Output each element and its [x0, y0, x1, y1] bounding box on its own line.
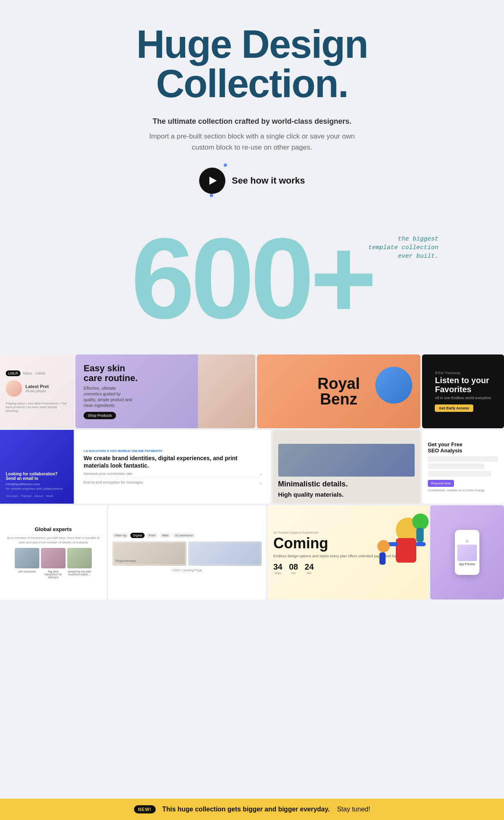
dot-decoration-2	[210, 194, 213, 197]
svg-rect-7	[416, 528, 424, 542]
global-cap-1: Life insurance	[15, 570, 39, 579]
branding-title: We create brand identities, digital expe…	[84, 454, 263, 469]
music-card-inner: LMLR Menu Artists Latest Pret Music play…	[0, 365, 74, 418]
gallery-card-phone: App Preview	[430, 505, 504, 600]
coming-stat-2: 08 Hrs	[289, 562, 298, 575]
global-photo-1	[15, 548, 39, 568]
global-cap-2: Big data integration for startups	[41, 570, 66, 579]
collab-links: Services Partner About Work	[6, 494, 68, 498]
hero-title: Huge Design Collection.	[16, 25, 488, 103]
music-avatar	[6, 380, 22, 397]
hero-subtitle-normal: Import a pre-built section block with a …	[141, 131, 363, 153]
seo-btn[interactable]: Request Now	[428, 480, 454, 487]
filter-tab-all[interactable]: Filter by	[112, 533, 129, 538]
filter-inner: Filter by Digital Print Web eCommerce Ro…	[112, 533, 262, 572]
svg-point-4	[377, 540, 390, 552]
gallery-card-filter: Filter by Digital Print Web eCommerce Ro…	[108, 505, 266, 600]
phone-camera	[465, 540, 469, 543]
play-button-row: See how it works	[16, 168, 488, 194]
minimalist-title: Minimalistic details.	[278, 480, 415, 488]
svg-rect-1	[396, 538, 416, 563]
filter-tab-print[interactable]: Print	[146, 533, 158, 538]
global-photos	[6, 548, 101, 568]
seo-small: Confidential, reliable at no extra charg…	[428, 488, 498, 492]
seo-inner: Get your FreeSEO Analysis Request Now Co…	[428, 441, 498, 492]
filter-cards: Royal Airways	[112, 541, 262, 566]
gallery-section: LMLR Menu Artists Latest Pret Music play…	[0, 354, 504, 600]
filter-card-2	[188, 541, 262, 566]
listen-title: Listen to yourFavorites	[435, 376, 491, 394]
new-badge: NEW!	[134, 805, 156, 813]
big-number: 600+	[16, 227, 488, 330]
gallery-card-coming: 30 Trusted Support Experience Coming End…	[268, 505, 429, 600]
play-icon	[209, 177, 217, 185]
seo-field-2[interactable]	[428, 463, 484, 469]
phone-text: App Preview	[459, 563, 475, 566]
phone-screen	[457, 545, 477, 561]
play-button[interactable]	[199, 168, 225, 194]
stats-section: the biggest template collection ever bui…	[0, 227, 504, 354]
filter-card-1: Royal Airways	[112, 541, 186, 566]
branding-row2: End-to-end encryption for messages ⌄	[84, 480, 263, 484]
listen-small: B'Ete Transway	[435, 371, 491, 375]
filter-tab-ecommerce[interactable]: eCommerce	[173, 533, 195, 538]
banner-text: This huge collection gets bigger and big…	[162, 806, 370, 813]
seo-field-1[interactable]	[428, 456, 498, 462]
filter-tab-web[interactable]: Web	[159, 533, 171, 538]
benz-figure	[375, 367, 412, 404]
music-logo: LMLR	[6, 370, 20, 376]
skincare-text: Easy skincare routine. Effective, ultima…	[84, 363, 138, 419]
music-footer: Playing when I see Web Promotions • The …	[6, 402, 68, 413]
coming-stat-1: 34 Days	[273, 562, 282, 575]
coming-stat-3: 24 Min	[305, 562, 314, 575]
dot-decoration-1	[224, 164, 227, 167]
seo-title: Get your FreeSEO Analysis	[428, 441, 498, 454]
minimalist-photo	[278, 444, 415, 477]
gallery-card-collab: Looking for collaboration? Send an email…	[0, 430, 74, 504]
branding-row1: Increase your conversion rate ⌄	[84, 472, 263, 476]
svg-point-6	[412, 513, 429, 530]
music-text: Latest Pret Music player	[25, 384, 49, 393]
branding-divider	[84, 477, 263, 478]
collab-desc: for reliable enquiries and collaboration…	[6, 487, 68, 491]
listen-btn[interactable]: Get Early Access	[435, 404, 473, 412]
global-photo-3	[67, 548, 92, 568]
hero-section: Huge Design Collection. The ultimate col…	[0, 0, 504, 227]
branding-tag: LA SOLUTION À VOS MOBILE ONLINE PAYMENTS	[84, 449, 263, 453]
gallery-card-skincare: Easy skincare routine. Effective, ultima…	[75, 354, 255, 428]
coming-illustration	[363, 505, 429, 600]
filter-tabs: Filter by Digital Print Web eCommerce	[112, 533, 262, 538]
music-nav-row: LMLR Menu Artists	[6, 370, 68, 376]
global-captions: Life insurance Big data integration for …	[6, 570, 101, 579]
listen-desc: All in one Endless world everytime	[435, 395, 491, 401]
gallery-card-global: Global experts As a member of insurance,…	[0, 505, 107, 600]
gallery-card-listen: B'Ete Transway Listen to yourFavorites A…	[422, 354, 504, 428]
collab-title: Looking for collaboration? Send an email…	[6, 472, 68, 481]
collab-inner: Looking for collaboration? Send an email…	[6, 472, 68, 498]
gallery-card-seo: Get your FreeSEO Analysis Request Now Co…	[422, 430, 504, 504]
seo-field-3[interactable]	[428, 471, 491, 477]
skincare-btn[interactable]: Shop Products	[84, 412, 116, 419]
global-title: Global experts	[6, 526, 101, 532]
filter-tab-digital[interactable]: Digital	[130, 533, 144, 538]
global-photo-2	[41, 548, 66, 568]
gallery-row-1: LMLR Menu Artists Latest Pret Music play…	[0, 354, 504, 428]
play-label: See how it works	[232, 175, 305, 186]
svg-rect-3	[415, 542, 426, 546]
royal-text: RoyalBenz	[318, 376, 360, 407]
filter-count: 1200+ Landing Page	[112, 568, 262, 572]
branding-inner: LA SOLUTION À VOS MOBILE ONLINE PAYMENTS…	[82, 447, 264, 486]
gallery-row-2: Looking for collaboration? Send an email…	[0, 430, 504, 504]
svg-rect-5	[379, 552, 386, 565]
gallery-card-royalbenz: RoyalBenz	[257, 354, 420, 428]
global-inner: Global experts As a member of insurance,…	[6, 526, 101, 579]
global-cap-3: analyzing big data business expan...	[67, 570, 92, 579]
bottom-banner: NEW! This huge collection gets bigger an…	[0, 799, 504, 820]
gallery-row-3: Global experts As a member of insurance,…	[0, 505, 504, 600]
collab-email: info@liquidthemes.com	[6, 482, 68, 486]
listen-card-inner: B'Ete Transway Listen to yourFavorites A…	[428, 364, 497, 419]
music-person: Latest Pret Music player	[6, 380, 68, 397]
hero-subtitle-bold: The ultimate collection crafted by world…	[137, 116, 367, 127]
quality-title: High quality materials.	[278, 491, 415, 498]
gallery-card-branding: LA SOLUTION À VOS MOBILE ONLINE PAYMENTS…	[75, 430, 271, 504]
